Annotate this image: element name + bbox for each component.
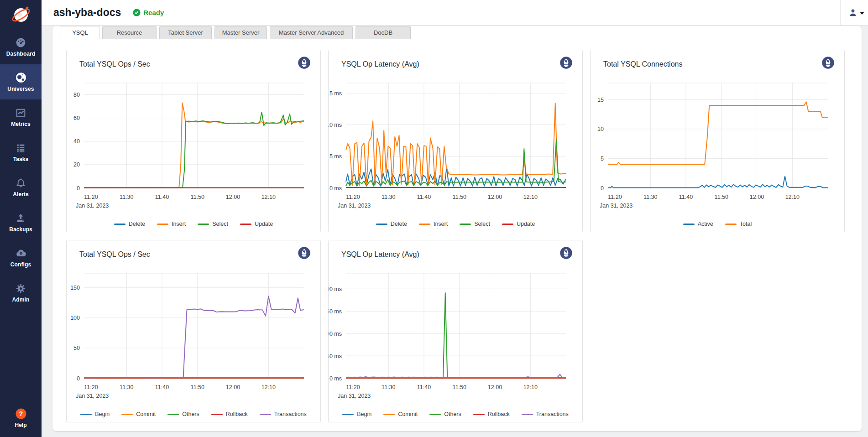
- legend-item-active[interactable]: Active: [683, 221, 713, 227]
- svg-text:0 ms: 0 ms: [329, 185, 342, 192]
- sidebar-item-help[interactable]: ? Help: [0, 399, 42, 437]
- svg-text:50: 50: [73, 345, 80, 351]
- chart-legend: ActiveTotal: [591, 221, 844, 227]
- svg-text:0: 0: [77, 375, 80, 382]
- sidebar: Dashboard Universes Metrics Tasks: [0, 0, 42, 437]
- dashboard-icon: [15, 37, 26, 48]
- sidebar-item-alerts[interactable]: Alerts: [0, 170, 42, 205]
- svg-text:0 ms: 0 ms: [329, 375, 342, 382]
- sidebar-item-tasks[interactable]: Tasks: [0, 135, 42, 170]
- svg-text:11:20: 11:20: [84, 194, 98, 200]
- svg-text:11:30: 11:30: [120, 194, 133, 200]
- legend-item-begin[interactable]: Begin: [342, 411, 371, 417]
- svg-text:11:30: 11:30: [643, 194, 657, 200]
- legend-item-update[interactable]: Update: [502, 221, 535, 227]
- legend-item-commit[interactable]: Commit: [121, 411, 156, 417]
- tab-docdb[interactable]: DocDB: [356, 26, 411, 39]
- svg-text:11:20: 11:20: [346, 194, 360, 200]
- legend-item-others[interactable]: Others: [429, 411, 461, 417]
- top-header: ash-yba-docs Ready: [42, 0, 868, 26]
- metrics-panel: YSQL Resource Tablet Server Master Serve…: [52, 26, 862, 431]
- metrics-tab-bar: YSQL Resource Tablet Server Master Serve…: [52, 26, 862, 39]
- legend-item-total[interactable]: Total: [725, 221, 752, 227]
- svg-text:5 ms: 5 ms: [329, 153, 342, 160]
- legend-item-insert[interactable]: Insert: [157, 221, 186, 227]
- legend-item-others[interactable]: Others: [167, 411, 199, 417]
- svg-text:12:10: 12:10: [785, 194, 800, 200]
- sidebar-item-dashboard[interactable]: Dashboard: [0, 29, 42, 64]
- legend-item-insert[interactable]: Insert: [419, 221, 448, 227]
- sidebar-item-label: Metrics: [11, 121, 31, 127]
- legend-item-select[interactable]: Select: [460, 221, 490, 227]
- chart-card-total-ysql-transactions-ops-sec: Total YSQL Ops / Sec 11:2011:3011:4011:5…: [66, 240, 321, 422]
- svg-text:12:10: 12:10: [261, 384, 276, 390]
- sidebar-item-universes[interactable]: Universes: [0, 64, 42, 99]
- alerts-bell-icon: [15, 177, 26, 189]
- chart-card-total-ysql-connections: Total YSQL Connections 11:2011:3011:4011…: [590, 50, 845, 232]
- svg-text:15: 15: [597, 97, 604, 103]
- svg-text:40: 40: [73, 138, 80, 145]
- svg-text:Jan 31, 2023: Jan 31, 2023: [338, 203, 371, 209]
- svg-text:11:50: 11:50: [715, 194, 728, 200]
- legend-item-commit[interactable]: Commit: [383, 411, 418, 417]
- help-icon: ?: [15, 408, 27, 420]
- chart-card-ysql-transaction-latency: YSQL Op Latency (Avg) 11:2011:3011:4011:…: [328, 240, 583, 422]
- tab-tablet-server[interactable]: Tablet Server: [159, 26, 212, 39]
- sidebar-item-configs[interactable]: Configs: [0, 240, 42, 275]
- charts-grid: Total YSQL Ops / Sec 11:2011:3011:4011:5…: [52, 39, 862, 422]
- legend-item-update[interactable]: Update: [240, 221, 273, 227]
- yugabyte-logo[interactable]: [0, 0, 42, 29]
- legend-item-delete[interactable]: Delete: [114, 221, 145, 227]
- legend-item-transactions[interactable]: Transactions: [522, 411, 569, 417]
- svg-text:12:00: 12:00: [488, 194, 502, 200]
- svg-text:Jan 31, 2023: Jan 31, 2023: [600, 203, 633, 209]
- user-profile-icon: [848, 8, 858, 18]
- svg-text:12:10: 12:10: [523, 384, 538, 390]
- sidebar-item-label: Alerts: [13, 191, 29, 198]
- content-area: YSQL Resource Tablet Server Master Serve…: [42, 26, 868, 437]
- legend-item-rollback[interactable]: Rollback: [473, 411, 510, 417]
- svg-text:Jan 31, 2023: Jan 31, 2023: [76, 203, 109, 209]
- svg-text:11:30: 11:30: [382, 384, 395, 390]
- sidebar-item-admin[interactable]: Admin: [0, 275, 42, 310]
- user-menu[interactable]: [840, 0, 868, 25]
- configs-cloud-icon: [15, 247, 27, 259]
- tab-ysql[interactable]: YSQL: [61, 26, 99, 39]
- svg-text:Jan 31, 2023: Jan 31, 2023: [76, 393, 109, 399]
- legend-item-rollback[interactable]: Rollback: [211, 411, 248, 417]
- svg-text:11:20: 11:20: [84, 384, 98, 390]
- svg-text:12:00: 12:00: [226, 384, 240, 390]
- tab-master-server-advanced[interactable]: Master Server Advanced: [270, 26, 353, 39]
- chart-legend: DeleteInsertSelectUpdate: [67, 221, 320, 227]
- svg-text:11:20: 11:20: [608, 194, 622, 200]
- sidebar-item-label: Backups: [9, 226, 32, 233]
- tab-master-server[interactable]: Master Server: [214, 26, 267, 39]
- legend-item-select[interactable]: Select: [198, 221, 228, 227]
- svg-text:11:40: 11:40: [417, 384, 431, 390]
- svg-text:150 ms: 150 ms: [329, 308, 342, 315]
- svg-text:?: ?: [19, 410, 23, 417]
- svg-text:60: 60: [73, 115, 80, 121]
- legend-item-delete[interactable]: Delete: [376, 221, 407, 227]
- legend-item-transactions[interactable]: Transactions: [260, 411, 307, 417]
- sidebar-item-label: Configs: [10, 261, 31, 268]
- svg-text:12:00: 12:00: [226, 194, 240, 200]
- legend-item-begin[interactable]: Begin: [80, 411, 110, 417]
- tab-resource[interactable]: Resource: [102, 26, 157, 39]
- chart-plot: 11:2011:3011:4011:5012:0012:100 ms50 ms1…: [329, 240, 583, 423]
- svg-text:12:10: 12:10: [523, 194, 538, 200]
- metrics-chart-icon: [15, 107, 26, 119]
- backups-upload-icon: [15, 213, 26, 224]
- svg-text:150: 150: [70, 285, 80, 291]
- svg-text:0: 0: [601, 185, 604, 192]
- svg-text:0: 0: [77, 185, 80, 192]
- svg-text:100: 100: [70, 315, 80, 321]
- sidebar-item-label: Dashboard: [6, 51, 36, 57]
- svg-text:Jan 31, 2023: Jan 31, 2023: [338, 393, 371, 399]
- svg-text:11:20: 11:20: [346, 384, 360, 390]
- sidebar-item-backups[interactable]: Backups: [0, 205, 42, 240]
- svg-text:100 ms: 100 ms: [329, 331, 342, 337]
- sidebar-item-metrics[interactable]: Metrics: [0, 99, 42, 135]
- status-text: Ready: [143, 9, 164, 16]
- chart-plot: 11:2011:3011:4011:5012:0012:10051015Jan …: [591, 50, 845, 233]
